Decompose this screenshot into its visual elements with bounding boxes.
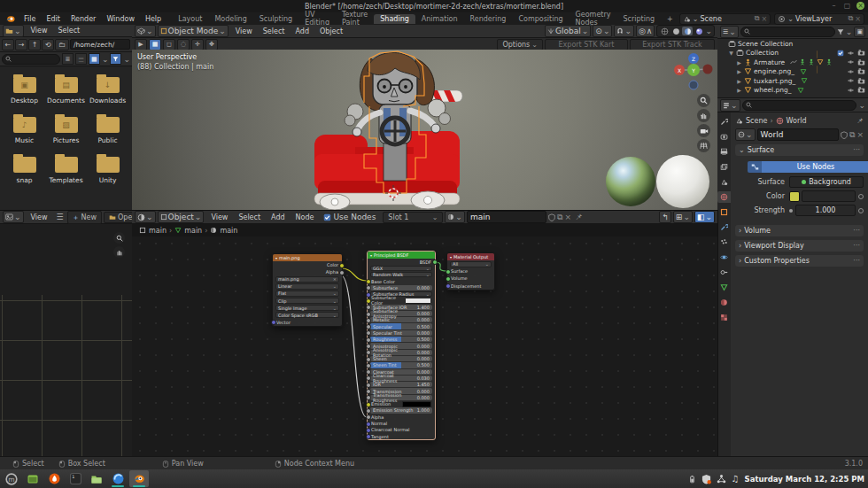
- node-row-base-color[interactable]: Base Color: [368, 278, 435, 284]
- tray-shield-icon[interactable]: [701, 474, 711, 484]
- properties-tab-render[interactable]: [717, 131, 731, 143]
- node-header[interactable]: ▾Material Output: [447, 253, 494, 260]
- folder-unity[interactable]: Unity: [87, 157, 128, 184]
- folder-snap[interactable]: snap: [4, 157, 45, 184]
- breadcrumb-item[interactable]: main: [184, 227, 202, 235]
- properties-tab-view-layer[interactable]: [717, 161, 731, 173]
- node-row-sheen-tint[interactable]: Sheen Tint0.500: [368, 362, 435, 368]
- world-name-field[interactable]: World: [757, 128, 839, 141]
- input-socket[interactable]: [366, 330, 371, 336]
- node-header[interactable]: ▾main.png: [273, 254, 342, 261]
- menu-edit[interactable]: Edit: [41, 15, 66, 23]
- scene-selector[interactable]: ⌄ Scene ⧉×: [679, 13, 771, 25]
- field-value-strength[interactable]: 1.000: [795, 205, 856, 216]
- input-socket[interactable]: [366, 344, 371, 349]
- menu-window[interactable]: Window: [101, 15, 140, 23]
- outliner-search-input[interactable]: [740, 27, 835, 37]
- taskbar-app-terminal[interactable]: [23, 470, 43, 487]
- node-row-ggx[interactable]: GGX⌄: [368, 265, 435, 271]
- decorator-icon[interactable]: [858, 194, 864, 199]
- shader-node-material-output[interactable]: ▾Material OutputAll⌄SurfaceVolumeDisplac…: [446, 252, 495, 290]
- mode-selector[interactable]: Object Mode ⌄: [158, 25, 229, 37]
- tray-network-icon[interactable]: [717, 474, 726, 484]
- hide-eye-icon[interactable]: [847, 58, 855, 66]
- color-swatch[interactable]: [789, 191, 800, 202]
- tab-layout[interactable]: Layout: [172, 14, 208, 24]
- input-socket[interactable]: [366, 369, 371, 375]
- output-socket[interactable]: [432, 259, 438, 265]
- taskbar-app-flame-app[interactable]: [44, 470, 64, 487]
- input-socket[interactable]: [366, 357, 371, 362]
- breadcrumb-scene[interactable]: Scene: [746, 117, 767, 125]
- filebrowser-menu-select[interactable]: Select: [53, 27, 86, 35]
- decorator-icon[interactable]: [858, 208, 864, 213]
- unlink-icon[interactable]: ×: [856, 130, 864, 139]
- tab-rendering[interactable]: Rendering: [464, 14, 513, 24]
- maximize-button[interactable]: ▢: [843, 2, 851, 10]
- tool-move-button[interactable]: ✥: [205, 39, 218, 50]
- pan-button[interactable]: [697, 109, 710, 122]
- node-row-alpha[interactable]: Alpha: [273, 268, 342, 275]
- node-row-surface[interactable]: Surface: [447, 267, 494, 275]
- node-row-all[interactable]: All⌄: [447, 260, 494, 267]
- node-row-transmission-roughness[interactable]: Transmission Roughness0.000: [368, 394, 435, 400]
- taskbar-app-blender[interactable]: [129, 470, 149, 487]
- node-row-clip[interactable]: Clip⌄: [273, 297, 342, 304]
- new-collection-button[interactable]: ▣: [854, 27, 865, 37]
- field-value-surface[interactable]: Background: [789, 176, 864, 188]
- node-row-anisotropic-rotation[interactable]: Anisotropic Rotation0.000: [368, 349, 435, 355]
- material-name-field[interactable]: main: [467, 211, 546, 223]
- editor-type-button[interactable]: ⌄: [135, 25, 156, 37]
- input-socket[interactable]: [366, 414, 371, 420]
- taskbar-clock[interactable]: Saturday March 12, 2:25 PM: [745, 475, 864, 484]
- surface-panel-header[interactable]: ⌄ Surface ···: [735, 144, 864, 156]
- input-socket[interactable]: [446, 283, 451, 289]
- shading-solid-button[interactable]: [670, 27, 681, 35]
- copy-icon[interactable]: ⧉: [557, 213, 562, 222]
- hamburger-icon[interactable]: ☰: [57, 213, 64, 221]
- node-row-clearcoat-roughness[interactable]: Clearcoat Roughness0.030: [368, 375, 435, 381]
- tool-select-circle-button[interactable]: ◻: [163, 39, 175, 50]
- shader-node-principled-bsdf[interactable]: ▾Principled BSDFBSDFGGX⌄Random Walk⌄Base…: [367, 251, 436, 440]
- folder-music[interactable]: ♪Music: [4, 117, 45, 144]
- output-socket[interactable]: [339, 263, 345, 268]
- hide-eye-icon[interactable]: [847, 87, 855, 94]
- export-stk-track-button[interactable]: Export STK Track: [630, 39, 715, 50]
- folder-downloads[interactable]: ↓Downloads: [87, 77, 128, 105]
- display-vertical-list-button[interactable]: ≣: [62, 53, 74, 65]
- taskbar-app-files[interactable]: [87, 470, 106, 487]
- shader-menu-select[interactable]: Select: [233, 213, 266, 221]
- back-button[interactable]: ←: [2, 39, 14, 50]
- filter-toggle-button[interactable]: [110, 53, 121, 65]
- node-header[interactable]: ▾Principled BSDF: [368, 252, 435, 259]
- tab-sculpting[interactable]: Sculpting: [253, 14, 298, 24]
- node-row-tangent[interactable]: Tangent: [368, 433, 435, 439]
- properties-tab-physics[interactable]: [717, 252, 731, 263]
- transform-orientation-selector[interactable]: Global ⌄: [545, 25, 591, 37]
- tray-battery-icon[interactable]: [688, 474, 696, 484]
- properties-tab-modifiers[interactable]: [717, 221, 731, 233]
- blender-logo-icon[interactable]: [5, 15, 15, 23]
- pin-icon[interactable]: 📌︎: [856, 117, 864, 125]
- node-row-subsurface-anisotropy[interactable]: Subsurface Anisotropy0.000: [368, 310, 435, 316]
- input-socket[interactable]: [366, 402, 371, 407]
- color-swatch[interactable]: [405, 298, 431, 304]
- outliner-filter-button[interactable]: [837, 28, 844, 35]
- input-socket[interactable]: [366, 408, 371, 414]
- color-swatch[interactable]: [402, 401, 431, 407]
- properties-tab-particles[interactable]: [717, 236, 731, 248]
- input-socket[interactable]: [366, 389, 371, 394]
- up-button[interactable]: ↑: [28, 39, 41, 50]
- node-row-clearcoat-normal[interactable]: Clearcoat Normal: [368, 427, 435, 433]
- node-row-emission-strength[interactable]: Emission Strength1.000: [368, 407, 435, 414]
- proportional-editing-button[interactable]: ◎∧: [636, 25, 655, 37]
- editor-type-button[interactable]: ⌄: [135, 211, 156, 223]
- menu-help[interactable]: Help: [140, 15, 167, 23]
- tab-animation[interactable]: Animation: [415, 14, 464, 24]
- viewlayer-selector[interactable]: ⌄ ViewLayer ⧉×: [774, 13, 864, 25]
- editor-type-button[interactable]: ⌄: [3, 211, 24, 223]
- shading-rendered-button[interactable]: [694, 27, 704, 35]
- overlays-button[interactable]: ◧⌄: [694, 211, 715, 223]
- expand-caret-icon[interactable]: ▶: [736, 87, 742, 93]
- taskbar-app-blue-app[interactable]: [108, 470, 128, 487]
